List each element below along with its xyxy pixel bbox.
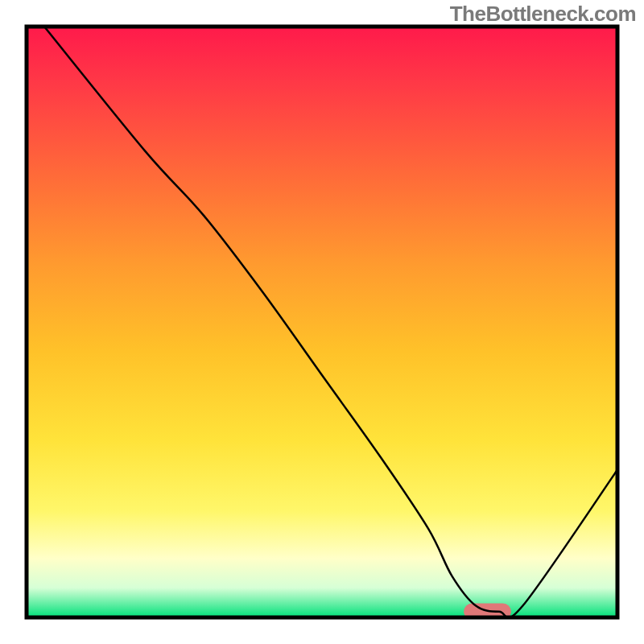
watermark-text: TheBottleneck.com (450, 2, 636, 27)
chart-container: TheBottleneck.com (0, 0, 644, 644)
bottleneck-chart (0, 0, 644, 644)
